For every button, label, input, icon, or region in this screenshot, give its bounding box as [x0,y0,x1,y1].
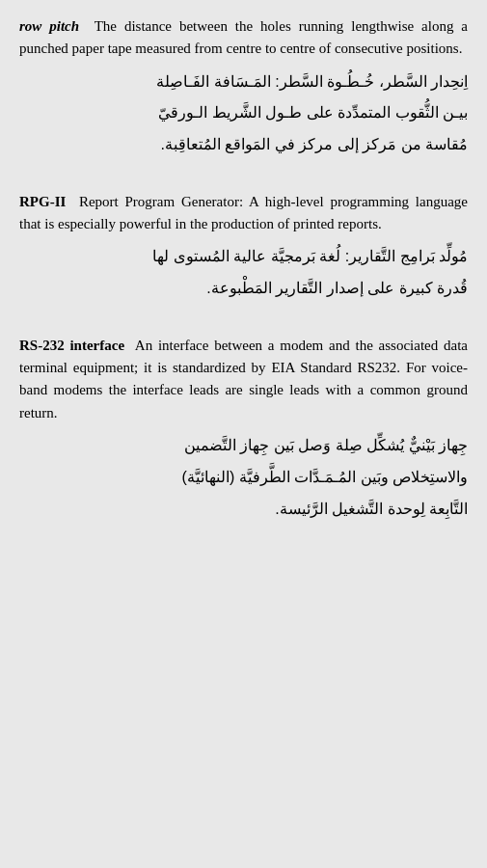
entry-rpg-ii-definition: Report Program Generator: A high-level p… [19,194,468,231]
entry-rpg-ii-arabic-1: مُولِّد بَرامِج التَّقارير: لُغة بَرمجيَ… [19,243,468,271]
divider-1 [19,176,468,177]
entry-rs-232: RS-232 interface An interface between a … [19,335,468,523]
entry-rpg-ii-arabic-2: قُدرة كبيرة على إصدار التَّقارير المَطْب… [19,275,468,303]
entry-rs-232-arabic-3: التَّابِعة لِوحدة التَّشغيل الرَّئيسة. [19,496,468,524]
entry-row-pitch: row pitch The distance between the holes… [19,15,468,159]
entry-rs-232-arabic-2: والاستِخلاص وبَين المُـمَـدَّات الطَّرفي… [19,464,468,492]
entry-rpg-ii: RPG-II Report Program Generator: A high-… [19,191,468,303]
entry-row-pitch-term: row pitch [19,18,79,34]
entry-row-pitch-definition: The distance between the holes running l… [19,18,468,56]
entry-row-pitch-english: row pitch The distance between the holes… [19,15,468,61]
entry-rs-232-arabic-1: جِهاز بَيْنيٌّ يُشكِّل صِلة وَصل بَين جِ… [19,432,468,460]
entry-rpg-ii-term: RPG-II [19,194,66,209]
entry-rs-232-english: RS-232 interface An interface between a … [19,335,468,424]
entry-row-pitch-arabic-1: اِنحِدار السَّطر، خُـطُـوة السَّطر: المَ… [19,68,468,96]
divider-2 [19,320,468,321]
page-content: row pitch The distance between the holes… [19,15,468,523]
entry-rpg-ii-english: RPG-II Report Program Generator: A high-… [19,191,468,236]
entry-row-pitch-arabic-2: بيـن الثُّقوب المتمدِّدة على طـول الشَّر… [19,99,468,127]
entry-rs-232-term: RS-232 interface [19,338,124,353]
entry-row-pitch-arabic-3: مُقاسة من مَركز إلى مركز في المَواقع الم… [19,131,468,159]
